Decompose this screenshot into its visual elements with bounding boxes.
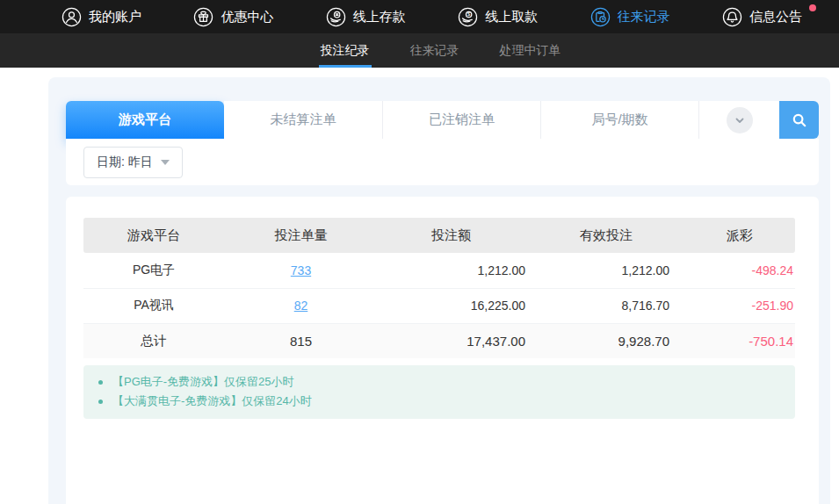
tab-game-platform[interactable]: 游戏平台 bbox=[66, 101, 224, 139]
filter-strip: 日期: 昨日 bbox=[66, 139, 819, 185]
note-text: 【大满贯电子-免费游戏】仅保留24小时 bbox=[112, 392, 312, 411]
nav-item-label: 线上存款 bbox=[353, 9, 406, 25]
tab-dropdown-toggle[interactable] bbox=[698, 101, 779, 139]
subnav-tab-label: 投注纪录 bbox=[321, 43, 370, 59]
cell-valid-bets: 8,716.70 bbox=[536, 288, 681, 323]
nav-item-announcements[interactable]: 信息公告 bbox=[722, 7, 814, 27]
tab-label: 局号/期数 bbox=[591, 112, 647, 128]
notes-box: 【PG电子-免费游戏】仅保留25小时 【大满贯电子-免费游戏】仅保留24小时 bbox=[83, 365, 795, 419]
note-item: 【大满贯电子-免费游戏】仅保留24小时 bbox=[83, 392, 795, 411]
date-filter-dropdown[interactable]: 日期: 昨日 bbox=[83, 147, 183, 178]
subnav-tab-transactions[interactable]: 往来记录 bbox=[410, 33, 459, 68]
deposit-icon bbox=[326, 7, 346, 27]
cell-valid-bets: 9,928.70 bbox=[536, 323, 681, 358]
table-row: PA视讯 82 16,225.00 8,716.70 -251.90 bbox=[83, 288, 795, 323]
nav-item-label: 线上取款 bbox=[485, 9, 538, 25]
search-button[interactable] bbox=[779, 101, 819, 139]
table-row: PG电子 733 1,212.00 1,212.00 -498.24 bbox=[83, 253, 795, 288]
nav-item-deposit[interactable]: 线上存款 bbox=[326, 7, 418, 27]
tab-label: 未结算注单 bbox=[271, 112, 336, 128]
sub-nav: 投注纪录 往来记录 处理中订单 bbox=[0, 33, 839, 68]
col-header-payout: 派彩 bbox=[681, 218, 795, 253]
top-nav: 我的账户 优惠中心 线上存款 $ 线上取款 bbox=[0, 0, 839, 33]
note-item: 【PG电子-免费游戏】仅保留25小时 bbox=[83, 372, 795, 392]
notification-dot bbox=[809, 4, 816, 11]
bet-summary-table: 游戏平台 投注单量 投注额 有效投注 派彩 PG电子 733 1,212.00 … bbox=[83, 218, 795, 358]
cell-bet-count: 815 bbox=[224, 323, 378, 358]
cell-valid-bets: 1,212.00 bbox=[536, 253, 681, 288]
cell-bet-amount: 1,212.00 bbox=[378, 253, 536, 288]
cell-platform: 总计 bbox=[83, 323, 224, 358]
cell-platform: PA视讯 bbox=[83, 288, 224, 323]
withdraw-icon: $ bbox=[458, 7, 478, 27]
gift-icon bbox=[193, 7, 213, 27]
tab-label: 已注销注单 bbox=[429, 112, 495, 128]
user-icon bbox=[61, 7, 82, 27]
subnav-tab-label: 往来记录 bbox=[410, 43, 459, 59]
tab-cancelled-bets[interactable]: 已注销注单 bbox=[382, 101, 540, 139]
results-card: 游戏平台 投注单量 投注额 有效投注 派彩 PG电子 733 1,212.00 … bbox=[66, 197, 819, 504]
chevron-circle bbox=[727, 107, 753, 133]
nav-item-withdraw[interactable]: $ 线上取款 bbox=[458, 7, 550, 27]
cell-platform: PG电子 bbox=[83, 253, 224, 288]
bet-count-link[interactable]: 733 bbox=[291, 263, 311, 277]
tab-unsettled-bets[interactable]: 未结算注单 bbox=[224, 101, 382, 139]
chevron-down-icon bbox=[734, 114, 746, 126]
cell-bet-count: 733 bbox=[224, 253, 378, 288]
cell-bet-amount: 17,437.00 bbox=[378, 323, 536, 358]
records-icon bbox=[590, 7, 611, 27]
cell-payout: -498.24 bbox=[681, 253, 795, 288]
tab-label: 游戏平台 bbox=[119, 112, 171, 128]
nav-item-label: 信息公告 bbox=[749, 9, 802, 25]
bullet-icon bbox=[98, 400, 103, 404]
subnav-tab-bet-records[interactable]: 投注纪录 bbox=[321, 33, 370, 68]
date-filter-label: 日期: 昨日 bbox=[97, 155, 153, 170]
nav-item-my-account[interactable]: 我的账户 bbox=[61, 7, 154, 27]
col-header-platform: 游戏平台 bbox=[83, 218, 224, 253]
col-header-valid-bets: 有效投注 bbox=[536, 218, 681, 253]
table-total-row: 总计 815 17,437.00 9,928.70 -750.14 bbox=[83, 323, 795, 358]
subnav-tab-label: 处理中订单 bbox=[500, 43, 561, 59]
cell-bet-count: 82 bbox=[224, 288, 378, 323]
filter-tab-bar: 游戏平台 未结算注单 已注销注单 局号/期数 bbox=[66, 101, 819, 139]
table-header-row: 游戏平台 投注单量 投注额 有效投注 派彩 bbox=[83, 218, 795, 253]
note-text: 【PG电子-免费游戏】仅保留25小时 bbox=[112, 372, 294, 392]
col-header-bet-amount: 投注额 bbox=[378, 218, 536, 253]
cell-bet-amount: 16,225.00 bbox=[378, 288, 536, 323]
col-header-bet-count: 投注单量 bbox=[224, 218, 378, 253]
nav-item-label: 优惠中心 bbox=[221, 9, 273, 25]
subnav-tab-processing-orders[interactable]: 处理中订单 bbox=[500, 33, 561, 68]
nav-item-label: 往来记录 bbox=[618, 9, 670, 25]
nav-item-label: 我的账户 bbox=[89, 9, 141, 25]
content-panel: 游戏平台 未结算注单 已注销注单 局号/期数 日期: 昨日 bbox=[48, 77, 830, 504]
search-icon bbox=[791, 112, 808, 129]
bullet-icon bbox=[98, 380, 103, 385]
nav-item-promotions[interactable]: 优惠中心 bbox=[193, 7, 286, 27]
cell-payout: -750.14 bbox=[681, 323, 795, 358]
caret-down-icon bbox=[161, 160, 170, 165]
bell-icon bbox=[722, 7, 742, 27]
bet-count-link[interactable]: 82 bbox=[294, 299, 308, 313]
nav-item-records[interactable]: 往来记录 bbox=[590, 7, 683, 27]
cell-payout: -251.90 bbox=[681, 288, 795, 323]
tab-round-number[interactable]: 局号/期数 bbox=[540, 101, 698, 139]
